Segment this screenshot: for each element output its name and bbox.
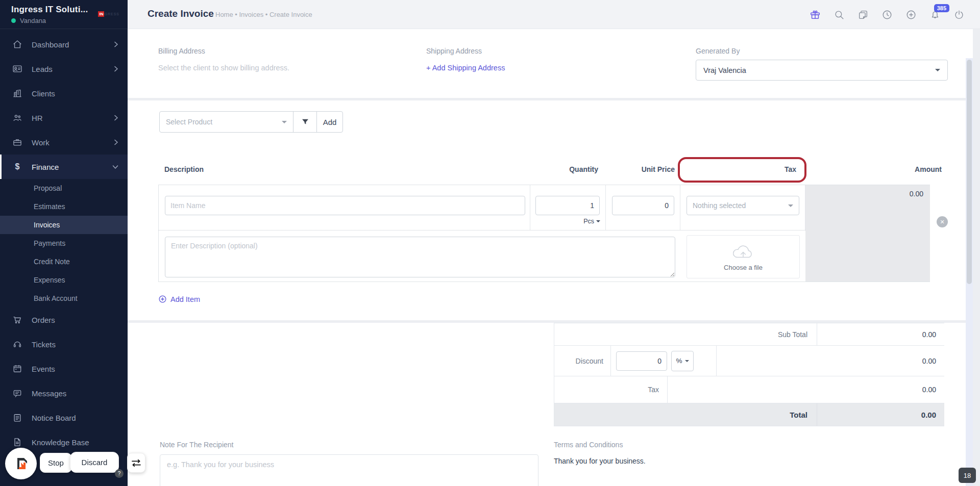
search-icon[interactable] (834, 9, 845, 20)
scrollbar-thumb[interactable] (967, 60, 972, 284)
sidebar-item-credit-note[interactable]: Credit Note (0, 252, 128, 271)
sidebar-nav: Dashboard Leads Clients HR Work $ Financ… (0, 32, 128, 454)
sidebar-item-work[interactable]: Work (0, 130, 128, 155)
briefcase-icon (12, 137, 22, 147)
sidebar-item-orders[interactable]: Orders (0, 308, 128, 332)
unit-price-input[interactable] (612, 196, 674, 215)
discount-label: Discount (554, 346, 611, 376)
chevron-down-icon (112, 165, 118, 169)
online-status-dot (11, 18, 16, 23)
total-label: Total (554, 403, 817, 426)
amount-cell: 0.00 (805, 185, 930, 282)
notes-icon[interactable] (857, 9, 869, 20)
select-product-dropdown[interactable]: Select Product (160, 112, 293, 132)
invoice-summary-card: Sub Total 0.00 Discount % 0.00 Tax 0.00 … (128, 323, 973, 486)
caret-down-icon (282, 121, 287, 123)
chevron-right-icon (114, 139, 118, 145)
note-label: Note For The Recipient (160, 441, 233, 449)
main-content: Billing Address Select the client to sho… (128, 29, 973, 486)
filter-product-button[interactable] (293, 112, 316, 132)
choose-file-upload[interactable]: Choose a file (687, 235, 800, 278)
headset-icon (12, 339, 22, 349)
note-textarea[interactable] (160, 454, 538, 486)
power-icon[interactable] (953, 9, 965, 20)
description-header: Description (164, 165, 204, 173)
extension-logo-button[interactable] (5, 448, 37, 479)
shipping-address-label: Shipping Address (426, 47, 482, 55)
clock-icon[interactable] (881, 9, 893, 20)
swap-arrows-icon (131, 458, 142, 468)
page-title: Create Invoice (148, 8, 214, 19)
breadcrumb[interactable]: Home • Invoices • Create Invoice (215, 11, 312, 18)
scrollbar-track[interactable] (966, 58, 973, 486)
sidebar-item-tickets[interactable]: Tickets (0, 332, 128, 356)
quantity-cell: Pcs (530, 185, 606, 230)
sidebar-item-notice-board[interactable]: Notice Board (0, 405, 128, 430)
sub-total-row: Sub Total 0.00 (554, 323, 944, 346)
plus-circle-icon (158, 295, 167, 303)
add-item-button[interactable]: Add Item (158, 295, 200, 303)
stop-button[interactable]: Stop (40, 453, 72, 473)
add-shipping-address-link[interactable]: + Add Shipping Address (426, 64, 505, 72)
discount-unit-select[interactable]: % (671, 351, 694, 371)
description-cell (159, 185, 530, 230)
gift-icon[interactable] (810, 9, 821, 20)
billing-address-hint: Select the client to show billing addres… (158, 64, 289, 72)
plus-circle-icon[interactable] (905, 9, 917, 20)
terms-text: Thank you for your business. (554, 457, 646, 465)
quantity-header: Quantity (529, 165, 598, 173)
document-icon (12, 437, 22, 447)
tax-total-value: 0.00 (668, 386, 944, 394)
invoice-items-card: Select Product Add Description Quantity … (128, 100, 973, 320)
unit-price-cell (606, 185, 680, 230)
sidebar-item-leads[interactable]: Leads (0, 57, 128, 81)
chat-icon (12, 388, 22, 398)
company-logo: INGRESS (98, 11, 119, 17)
unit-price-header: Unit Price (605, 165, 675, 173)
funnel-icon (301, 117, 310, 126)
swap-button[interactable] (127, 453, 145, 473)
quantity-input[interactable] (535, 196, 600, 215)
sidebar-item-dashboard[interactable]: Dashboard (0, 32, 128, 57)
product-bar: Select Product Add (159, 111, 343, 133)
generated-by-select[interactable]: Vraj Valencia (696, 60, 948, 81)
sub-total-label: Sub Total (554, 323, 817, 345)
row-separator (159, 230, 805, 231)
discard-button[interactable]: Discard (70, 452, 119, 473)
help-badge[interactable]: ? (115, 469, 124, 478)
calendar-icon (12, 364, 22, 374)
sidebar-item-hr[interactable]: HR (0, 106, 128, 130)
item-description-textarea[interactable] (165, 237, 675, 277)
discount-input[interactable] (616, 351, 667, 371)
sidebar-item-estimates[interactable]: Estimates (0, 197, 128, 216)
amount-header: Amount (814, 165, 942, 173)
chevron-right-icon (114, 41, 118, 47)
users-icon (12, 113, 22, 123)
discount-amount: 0.00 (717, 357, 944, 365)
sidebar-item-clients[interactable]: Clients (0, 81, 128, 106)
sidebar-item-messages[interactable]: Messages (0, 381, 128, 405)
tax-cell: Nothing selected (680, 185, 805, 230)
total-row: Total 0.00 (554, 403, 944, 426)
unit-select[interactable]: Pcs (583, 218, 600, 225)
discount-row: Discount % 0.00 (554, 346, 944, 376)
sidebar-item-proposal[interactable]: Proposal (0, 179, 128, 197)
sidebar-item-expenses[interactable]: Expenses (0, 271, 128, 289)
extension-logo-icon (12, 454, 30, 473)
invoice-header-card: Billing Address Select the client to sho… (128, 29, 973, 98)
sidebar-item-invoices[interactable]: Invoices (0, 216, 128, 234)
summary-table: Sub Total 0.00 Discount % 0.00 Tax 0.00 … (554, 323, 944, 426)
remove-item-button[interactable]: ✕ (937, 216, 948, 227)
add-product-button[interactable]: Add (316, 112, 342, 132)
tax-select[interactable]: Nothing selected (687, 196, 799, 215)
sidebar-item-payments[interactable]: Payments (0, 234, 128, 252)
item-name-input[interactable] (165, 196, 525, 215)
topbar: Create Invoice Home • Invoices • Create … (128, 0, 980, 29)
caret-down-icon (935, 69, 940, 71)
sidebar-item-finance[interactable]: $ Finance (0, 155, 128, 179)
sidebar-item-events[interactable]: Events (0, 356, 128, 381)
dollar-icon: $ (12, 162, 22, 172)
sidebar-item-bank-account[interactable]: Bank Account (0, 289, 128, 308)
billing-address-label: Billing Address (158, 47, 205, 55)
bell-icon[interactable]: 385 (929, 9, 941, 20)
